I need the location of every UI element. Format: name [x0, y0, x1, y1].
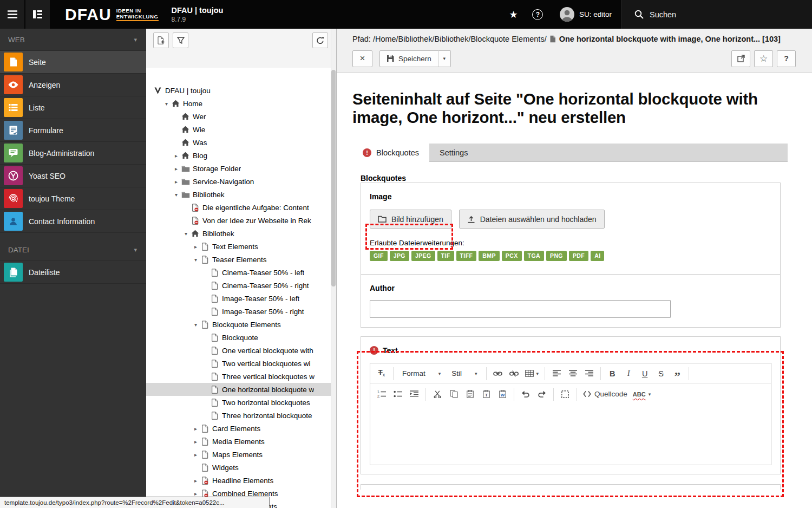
tree-item-wie[interactable]: Wie: [146, 123, 336, 136]
chevron-right-icon[interactable]: ▸: [192, 452, 200, 458]
tree-item-widgets[interactable]: Widgets: [146, 461, 336, 474]
align-left-button[interactable]: [549, 366, 564, 381]
blockquote-button[interactable]: ”: [670, 366, 685, 381]
select-all-button[interactable]: [558, 387, 573, 401]
chevron-down-icon[interactable]: ▾: [162, 101, 171, 107]
upload-files-button[interactable]: Dateien auswählen und hochladen: [459, 210, 605, 229]
redo-button[interactable]: [534, 387, 549, 401]
help-button[interactable]: ?: [526, 0, 550, 29]
sidebar-item-blog-administration[interactable]: Blog-Administration: [0, 142, 146, 165]
tree-item-text-elements[interactable]: ▸Text Elements: [146, 240, 336, 253]
tree-item-media-elements[interactable]: ▸Media Elements: [146, 435, 336, 448]
sidebar-section-header-datei[interactable]: DATEI▾: [0, 239, 146, 261]
tree-item-wer[interactable]: Wer: [146, 110, 336, 123]
tree-item-blog[interactable]: ▸Blog: [146, 149, 336, 162]
tree-item-three-vertical-blockquotes-w[interactable]: Three vertical blockquotes w: [146, 370, 336, 383]
sidebar-item-toujou-theme[interactable]: toujou Theme: [0, 187, 146, 210]
style-dropdown[interactable]: Stil▾: [447, 366, 482, 381]
link-button[interactable]: [490, 366, 506, 381]
indent-button[interactable]: [407, 387, 422, 401]
tree-item-image-teaser-50-left[interactable]: Image-Teaser 50% - left: [146, 292, 336, 305]
tab-blockquotes[interactable]: ! Blockquotes: [352, 144, 429, 162]
chevron-down-icon[interactable]: ▾: [192, 257, 200, 263]
tree-item-two-horizontal-blockquotes[interactable]: Two horizontal blockquotes: [146, 396, 336, 409]
tree-item-three-horizontal-blockquote[interactable]: Three horizontal blockquote: [146, 409, 336, 422]
tree-item-maps-elements[interactable]: ▸Maps Elements: [146, 448, 336, 461]
align-right-button[interactable]: [581, 366, 597, 381]
sidebar-item-liste[interactable]: Liste: [0, 96, 146, 119]
tree-scrollbar-thumb[interactable]: [331, 70, 336, 286]
help-record-button[interactable]: ?: [777, 50, 796, 67]
tab-settings[interactable]: Settings: [429, 144, 478, 161]
chevron-down-icon[interactable]: ▾: [182, 231, 190, 237]
tree-scrollbar[interactable]: [331, 29, 336, 508]
tree-item-die-eigentliche-aufgabe-content[interactable]: Die eigentliche Aufgabe: Content: [146, 201, 336, 214]
paste-button[interactable]: [462, 387, 477, 401]
tree-item-home[interactable]: ▾Home: [146, 97, 336, 110]
open-in-new-window-button[interactable]: [731, 50, 750, 67]
tree-item-blockquote-elements[interactable]: ▾Blockquote Elements: [146, 318, 336, 331]
chevron-down-icon[interactable]: ▾: [192, 322, 200, 328]
paste-text-button[interactable]: T: [479, 387, 494, 401]
chevron-right-icon[interactable]: ▸: [192, 426, 200, 432]
tree-item-one-vertical-blockquote-with[interactable]: One vertical blockquote with: [146, 344, 336, 357]
tree-item-storage-folder[interactable]: ▸Storage Folder: [146, 162, 336, 175]
tree-item-one-horizontal-blockquote-w[interactable]: One horizontal blockquote w: [146, 383, 336, 396]
chevron-right-icon[interactable]: ▸: [192, 491, 200, 497]
menu-toggle-button[interactable]: [0, 0, 24, 29]
underline-button[interactable]: U: [637, 366, 652, 381]
new-page-button[interactable]: [153, 32, 169, 48]
module-menu-toggle-button[interactable]: [25, 0, 50, 29]
chevron-right-icon[interactable]: ▸: [192, 478, 200, 484]
tree-item-cinema-teaser-50-left[interactable]: Cinema-Teaser 50% - left: [146, 266, 336, 279]
tree-item-dfau-toujou[interactable]: DFAU | toujou: [146, 84, 336, 97]
tree-item-two-vertical-blockquotes-wi[interactable]: Two vertical blockquotes wi: [146, 357, 336, 370]
chevron-right-icon[interactable]: ▸: [192, 244, 200, 250]
chevron-right-icon[interactable]: ▸: [172, 153, 180, 159]
tree-item-service-navigation[interactable]: ▸Service-Navigation: [146, 175, 336, 188]
source-button[interactable]: Quellcode: [581, 387, 630, 401]
dfau-logo[interactable]: DFAU IDEEN IN ENTWICKLUNG: [51, 0, 165, 29]
bookmark-button[interactable]: ★: [501, 0, 526, 29]
italic-button[interactable]: I: [621, 366, 636, 381]
undo-button[interactable]: [518, 387, 533, 401]
align-center-button[interactable]: [565, 366, 580, 381]
tree-item-card-elements[interactable]: ▸Card Elements: [146, 422, 336, 435]
copy-button[interactable]: [446, 387, 461, 401]
filter-button[interactable]: [173, 32, 188, 48]
add-image-button[interactable]: Bild hinzufügen: [370, 210, 451, 229]
chevron-right-icon[interactable]: ▸: [172, 179, 180, 185]
refresh-tree-button[interactable]: [312, 32, 328, 48]
cut-button[interactable]: [430, 387, 445, 401]
save-options-button[interactable]: ▾: [438, 50, 451, 67]
format-dropdown[interactable]: Format▾: [397, 366, 446, 381]
sidebar-item-seite[interactable]: Seite: [0, 51, 146, 74]
tree-item-was[interactable]: Was: [146, 136, 336, 149]
save-button[interactable]: Speichern: [379, 50, 438, 67]
table-button[interactable]: ▾: [523, 366, 541, 381]
user-menu[interactable]: SU: editor: [550, 0, 621, 29]
author-input[interactable]: [370, 300, 671, 318]
editor-content-area[interactable]: [370, 404, 771, 465]
chevron-right-icon[interactable]: ▸: [192, 439, 200, 445]
tree-item-von-der-idee-zur-webseite-in-rek[interactable]: Von der Idee zur Webseite in Rek: [146, 214, 336, 227]
chevron-down-icon[interactable]: ▾: [172, 192, 180, 198]
paste-word-button[interactable]: W: [495, 387, 510, 401]
sidebar-item-dateiliste[interactable]: Dateiliste: [0, 261, 146, 284]
bold-button[interactable]: B: [605, 366, 620, 381]
chevron-right-icon[interactable]: ▸: [172, 166, 180, 172]
tree-item-headline-elements[interactable]: ▸Headline Elements: [146, 474, 336, 487]
tree-item-bibliothek[interactable]: ▾Bibliothek: [146, 227, 336, 240]
sidebar-item-contact-information[interactable]: Contact Information: [0, 210, 146, 233]
close-button[interactable]: ×: [352, 50, 372, 67]
remove-format-button[interactable]: Tx: [374, 366, 389, 381]
sidebar-item-anzeigen[interactable]: Anzeigen: [0, 74, 146, 96]
ordered-list-button[interactable]: 1.2.: [374, 387, 389, 401]
tree-item-image-teaser-50-right[interactable]: Image-Teaser 50% - right: [146, 305, 336, 318]
sidebar-section-header-web[interactable]: WEB▾: [0, 29, 146, 51]
sidebar-item-formulare[interactable]: Formulare: [0, 119, 146, 142]
tree-item-blockquote[interactable]: Blockquote: [146, 331, 336, 344]
search-bar[interactable]: Suchen: [621, 0, 812, 29]
spellcheck-button[interactable]: ABC▾: [631, 387, 653, 401]
strikethrough-button[interactable]: S: [653, 366, 669, 381]
